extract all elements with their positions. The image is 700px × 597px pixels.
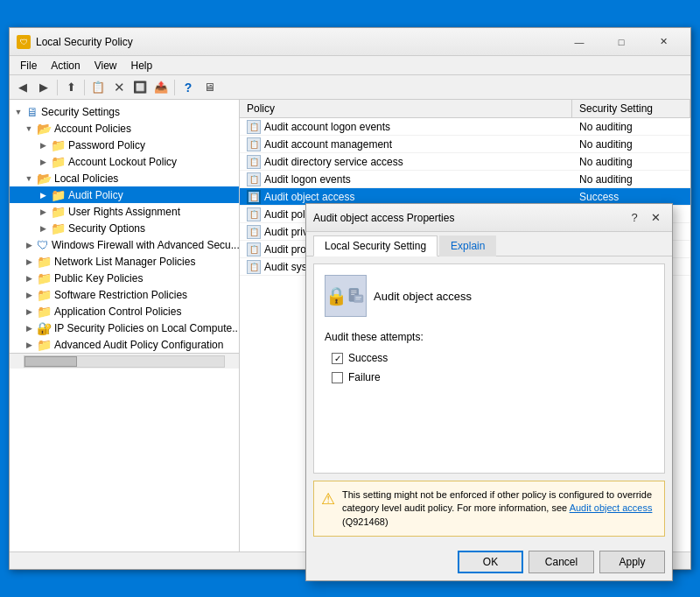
warning-link-suffix: (Q921468) [342, 516, 388, 527]
svg-rect-5 [355, 297, 360, 298]
warning-link[interactable]: Audit object access [570, 502, 653, 513]
modal-checkbox-row-failure: Failure [325, 371, 654, 383]
tab-explain[interactable]: Explain [439, 235, 496, 256]
label-success: Success [348, 352, 388, 364]
modal-overlay: Audit object access Properties ? ✕ Local… [10, 28, 690, 569]
modal-warning: ⚠ This setting might not be enforced if … [313, 481, 665, 537]
ok-button[interactable]: OK [458, 551, 523, 573]
svg-rect-1 [351, 291, 356, 291]
modal-content: Audit object access Audit these attempts… [313, 263, 665, 474]
modal-policy-header: Audit object access [325, 275, 654, 317]
modal-close-button[interactable]: ✕ [646, 209, 665, 227]
svg-rect-6 [355, 298, 360, 299]
modal-help-button[interactable]: ? [625, 209, 644, 227]
cancel-button[interactable]: Cancel [528, 551, 594, 573]
modal-tabs: Local Security Setting Explain [306, 232, 672, 256]
main-window: 🛡 Local Security Policy — □ ✕ File Actio… [9, 27, 691, 570]
modal-attempts-label: Audit these attempts: [325, 331, 654, 343]
checkbox-failure[interactable] [332, 372, 343, 383]
modal-checkbox-row-success: Success [325, 352, 654, 364]
warning-icon: ⚠ [321, 489, 335, 509]
modal-title-text: Audit object access Properties [313, 212, 454, 224]
modal-controls: ? ✕ [625, 209, 665, 227]
checkbox-success[interactable] [332, 353, 343, 364]
label-failure: Failure [348, 371, 381, 383]
modal-buttons: OK Cancel Apply [306, 544, 672, 580]
warning-text: This setting might not be enforced if ot… [342, 488, 657, 529]
modal-dialog: Audit object access Properties ? ✕ Local… [305, 203, 673, 581]
svg-rect-2 [351, 292, 356, 293]
modal-title-bar: Audit object access Properties ? ✕ [306, 204, 672, 232]
tab-local-security-setting[interactable]: Local Security Setting [313, 235, 438, 256]
modal-policy-icon [325, 275, 367, 317]
modal-policy-title: Audit object access [374, 290, 472, 303]
apply-button[interactable]: Apply [599, 551, 665, 573]
